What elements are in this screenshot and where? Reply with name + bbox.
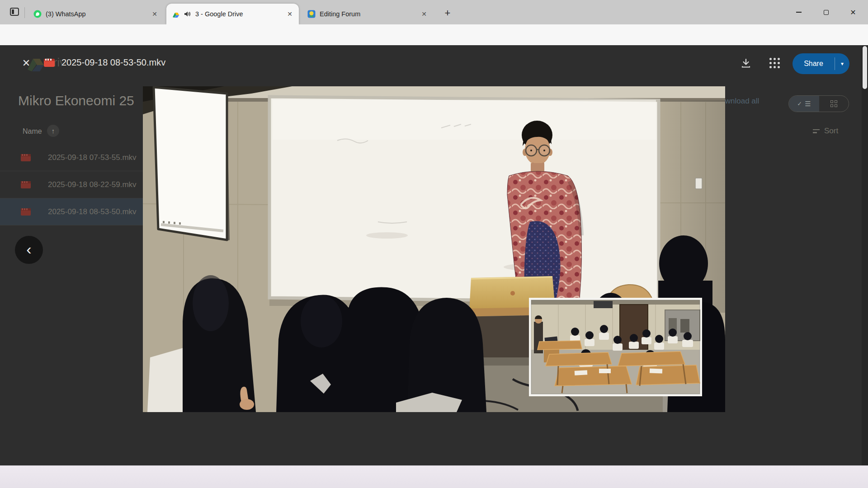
apps-grid-icon <box>769 58 780 68</box>
tab-label: (3) WhatsApp <box>46 10 146 18</box>
scrollbar-track[interactable] <box>862 45 868 465</box>
video-file-icon <box>21 208 31 216</box>
preview-filename: 2025-09-18 08-53-50.mkv <box>61 57 165 68</box>
tab-editing-forum[interactable]: Editing Forum ✕ <box>302 4 433 24</box>
file-name: 2025-09-18 07-53-55.mkv <box>48 153 137 162</box>
scrollbar-thumb[interactable] <box>863 46 867 89</box>
tab-google-drive-active[interactable]: 3 - Google Drive ✕ <box>166 4 299 24</box>
tab-label: Editing Forum <box>320 10 415 18</box>
grid-view-button[interactable] <box>819 96 849 112</box>
window-minimize-button[interactable] <box>788 5 809 20</box>
tab-label: 3 - Google Drive <box>195 10 281 18</box>
tab-close-icon[interactable]: ✕ <box>420 10 429 18</box>
tab-close-icon[interactable]: ✕ <box>150 10 159 18</box>
window-close-button[interactable]: ✕ <box>843 5 863 20</box>
folder-title: Mikro Ekoneomi 25 <box>18 93 134 108</box>
tab-separator <box>24 7 25 18</box>
share-button[interactable]: Share ▾ <box>793 53 849 74</box>
whiteboard <box>269 97 659 306</box>
list-view-icon: ☰ <box>805 100 811 108</box>
tab-whatsapp[interactable]: (3) WhatsApp ✕ <box>28 4 164 24</box>
preview-close-button[interactable]: ✕ <box>20 57 33 70</box>
tab-actions-pane <box>12 9 14 14</box>
video-player-frame[interactable] <box>143 86 725 412</box>
drive-icon <box>172 10 180 18</box>
grid-view-icon <box>830 100 837 107</box>
taskbar: Search <box>0 465 868 488</box>
name-column-header[interactable]: Name <box>23 127 42 136</box>
minimize-icon <box>796 12 802 13</box>
list-view-button[interactable]: ✓ ☰ <box>789 96 819 112</box>
sort-label: Sort <box>824 127 838 136</box>
drive-preview-overlay: Drive Mikro Ekoneomi 25 Name ↑ 2025-09-1… <box>0 45 868 465</box>
share-label: Share <box>793 60 835 68</box>
wall-socket <box>695 178 702 189</box>
download-button[interactable] <box>738 55 754 71</box>
sort-direction-arrow-icon[interactable]: ↑ <box>47 125 59 137</box>
sort-control[interactable]: Sort <box>813 127 838 136</box>
pip-projector <box>594 301 613 308</box>
browser-toolbar: https://drive.google.com/drive/folders/1… <box>0 24 868 45</box>
maximize-icon <box>824 10 829 15</box>
sort-icon <box>813 129 820 133</box>
download-icon <box>741 58 751 68</box>
new-tab-button[interactable]: + <box>441 6 454 20</box>
video-file-icon <box>21 154 31 161</box>
file-name: 2025-09-18 08-53-50.mkv <box>48 207 137 216</box>
more-actions-button[interactable] <box>769 58 780 68</box>
tab-actions-icon[interactable] <box>10 8 19 16</box>
file-name: 2025-09-18 08-22-59.mkv <box>48 180 137 189</box>
pip-classroom-view <box>529 298 702 396</box>
tab-close-icon[interactable]: ✕ <box>285 10 294 18</box>
window-maximize-button[interactable] <box>816 5 836 20</box>
whatsapp-icon <box>33 10 42 18</box>
browser-tab-strip: (3) WhatsApp ✕ 3 - Google Drive ✕ Editin… <box>0 0 868 24</box>
share-caret-icon[interactable]: ▾ <box>835 61 849 67</box>
view-toggle[interactable]: ✓ ☰ <box>788 95 849 112</box>
forum-favicon-icon <box>307 10 316 18</box>
preview-video-icon <box>44 59 55 67</box>
check-icon: ✓ <box>797 100 802 107</box>
projection-screen <box>154 87 230 241</box>
video-file-icon <box>21 181 31 188</box>
previous-file-button[interactable]: ‹ <box>15 236 43 264</box>
tab-audio-icon[interactable] <box>184 11 191 17</box>
